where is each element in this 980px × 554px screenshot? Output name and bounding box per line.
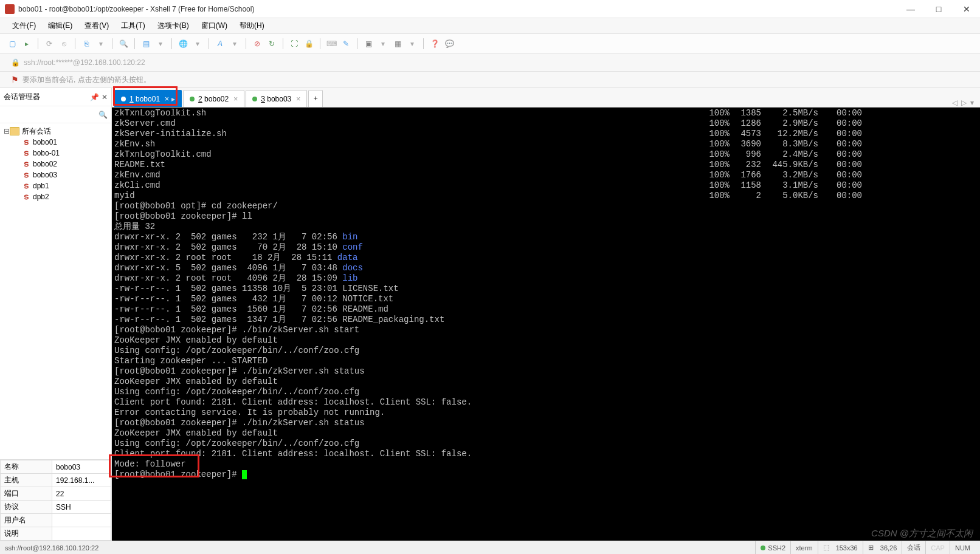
maximize-button[interactable]: □	[930, 4, 947, 14]
stop-icon[interactable]: ⊘	[251, 38, 263, 50]
menu-help[interactable]: 帮助(H)	[233, 19, 271, 32]
font-icon[interactable]: A	[214, 38, 226, 50]
address-url: ssh://root:******@192.168.100.120:22	[24, 58, 145, 67]
fullscreen-icon[interactable]: ⛶	[288, 38, 300, 50]
dropdown-icon[interactable]: ▾	[377, 38, 389, 50]
session-icon: ട	[22, 138, 30, 146]
help-icon[interactable]: ❓	[429, 38, 441, 50]
session-icon: ട	[22, 182, 30, 190]
copy-icon[interactable]: ⎘	[80, 38, 92, 50]
tree-item-label: dpb2	[33, 193, 49, 201]
status-dot-icon	[121, 97, 126, 101]
status-sess: 会话	[902, 541, 925, 554]
tree-root[interactable]: ⊟ 所有会话	[4, 126, 108, 137]
session-tree: ⊟ 所有会话 ടbobo01ടbobo-01ടbobo02ടbobo03ടdpb…	[0, 123, 111, 459]
prop-host-key: 主机	[1, 474, 52, 487]
highlight-icon[interactable]: ✎	[340, 38, 352, 50]
lock-icon: 🔒	[11, 58, 20, 67]
menu-tabs[interactable]: 选项卡(B)	[151, 19, 195, 32]
sidebar-search[interactable]: 🔍	[0, 106, 111, 123]
menu-edit[interactable]: 编辑(E)	[42, 19, 78, 32]
menu-tools[interactable]: 工具(T)	[115, 19, 151, 32]
status-left: ssh://root@192.168.100.120:22	[5, 544, 755, 552]
tab-menu-icon[interactable]: ▾	[970, 98, 974, 107]
status-dot-icon	[190, 97, 195, 101]
chat-icon[interactable]: 💬	[443, 38, 455, 50]
app-icon	[5, 4, 15, 14]
prop-name-key: 名称	[1, 460, 52, 474]
prop-port-val: 22	[52, 487, 111, 501]
folder-icon	[10, 127, 19, 135]
tab-label: 3 bobo03	[261, 95, 291, 103]
session-tab[interactable]: 3 bobo03×	[246, 90, 307, 107]
tree-item-label: bobo01	[33, 138, 57, 146]
session-icon: ട	[22, 171, 30, 179]
window-title: bobo01 - root@bobo01:/opt/zookeeper - Xs…	[18, 5, 902, 13]
new-session-icon[interactable]: ▢	[6, 38, 18, 50]
session-tabs: 1 bobo01×▸2 bobo02×3 bobo03× + ◁ ▷ ▾	[112, 88, 980, 108]
tab-label: 2 bobo02	[198, 95, 229, 103]
session-manager-sidebar: 会话管理器 📌 ✕ 🔍 ⊟ 所有会话 ടbobo01ടbobo-01ടbobo0…	[0, 88, 112, 541]
statusbar: ssh://root@192.168.100.120:22 SSH2 xterm…	[0, 541, 980, 554]
tree-item[interactable]: ടbobo02	[4, 159, 108, 169]
status-term: xterm	[790, 541, 818, 554]
flag-icon: ⚑	[11, 75, 19, 84]
session-properties: 名称bobo03 主机192.168.1... 端口22 协议SSH 用户名 说…	[0, 459, 111, 541]
refresh-icon[interactable]: ↻	[266, 38, 278, 50]
tree-item[interactable]: ടdpb2	[4, 191, 108, 202]
tree-item[interactable]: ടdpb1	[4, 180, 108, 191]
tab-next-icon[interactable]: ▷	[961, 98, 967, 107]
dropdown-icon[interactable]: ▾	[192, 38, 204, 50]
properties-icon[interactable]: ▤	[140, 38, 152, 50]
sidebar-title: 会话管理器	[4, 92, 40, 102]
prop-user-key: 用户名	[1, 514, 52, 527]
sidebar-header: 会话管理器 📌 ✕	[0, 88, 111, 106]
terminal-output[interactable]: zkTxnLogToolkit.sh100%13852.5MB/s00:00zk…	[112, 108, 980, 541]
tab-close-icon[interactable]: ×	[165, 95, 169, 103]
dropdown-icon[interactable]: ▾	[154, 38, 167, 50]
search-icon[interactable]: 🔍	[117, 38, 129, 50]
new-folder-icon[interactable]: ▸	[21, 38, 33, 50]
lock-icon[interactable]: 🔒	[303, 38, 315, 50]
status-cap: CAP	[925, 541, 950, 554]
globe-icon[interactable]: 🌐	[177, 38, 189, 50]
menu-view[interactable]: 查看(V)	[78, 19, 115, 32]
paste-icon[interactable]: ▾	[95, 38, 107, 50]
minimize-button[interactable]: —	[902, 4, 919, 14]
prop-name-val: bobo03	[52, 460, 111, 474]
menu-window[interactable]: 窗口(W)	[195, 19, 233, 32]
layout-icon[interactable]: ▦	[392, 38, 404, 50]
tree-item[interactable]: ടbobo01	[4, 137, 108, 148]
tree-item-label: bobo02	[33, 160, 57, 168]
dropdown-icon[interactable]: ▾	[406, 38, 418, 50]
close-button[interactable]: ✕	[958, 4, 975, 14]
session-tab[interactable]: 1 bobo01×▸	[114, 90, 182, 107]
prop-proto-key: 协议	[1, 501, 52, 514]
pin-icon[interactable]: 📌	[90, 93, 99, 101]
tree-item[interactable]: ടbobo03	[4, 169, 108, 180]
menu-file[interactable]: 文件(F)	[6, 19, 42, 32]
terminal-icon[interactable]: ▣	[362, 38, 374, 50]
status-ssh: SSH2	[755, 541, 790, 554]
tab-prev-icon[interactable]: ◁	[952, 98, 958, 107]
status-dim: ⬚ 153x36	[818, 541, 863, 554]
dropdown-icon[interactable]: ▾	[229, 38, 241, 50]
keyboard-icon[interactable]: ⌨	[325, 38, 337, 50]
add-tab-button[interactable]: +	[308, 90, 323, 107]
tree-item-label: bobo03	[33, 171, 57, 179]
tree-item-label: bobo-01	[33, 149, 60, 157]
session-icon: ട	[22, 160, 30, 168]
tree-item[interactable]: ടbobo-01	[4, 148, 108, 159]
session-tab[interactable]: 2 bobo02×	[183, 90, 244, 107]
tab-close-icon[interactable]: ×	[296, 95, 300, 103]
tab-label: 1 bobo01	[129, 95, 160, 103]
addressbar[interactable]: 🔒 ssh://root:******@192.168.100.120:22	[0, 53, 980, 72]
close-panel-icon[interactable]: ✕	[102, 93, 108, 101]
tree-root-label: 所有会话	[22, 126, 51, 137]
reconnect-icon[interactable]: ⟳	[43, 38, 55, 50]
menubar: 文件(F) 编辑(E) 查看(V) 工具(T) 选项卡(B) 窗口(W) 帮助(…	[0, 18, 980, 34]
search-icon: 🔍	[98, 111, 108, 119]
status-pos: ⊞ 36,26	[863, 541, 902, 554]
tab-close-icon[interactable]: ×	[233, 95, 238, 103]
disconnect-icon[interactable]: ⎋	[58, 38, 70, 50]
